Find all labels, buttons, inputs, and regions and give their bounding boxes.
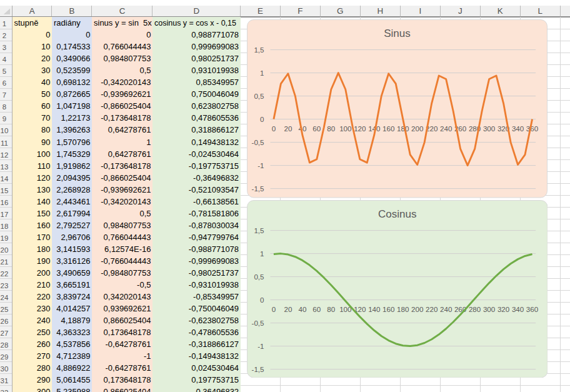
svg-text:-0,5: -0,5 [251,138,264,146]
svg-text:60: 60 [312,304,321,313]
svg-text:Cosinus: Cosinus [378,208,416,219]
svg-text:300: 300 [482,304,494,313]
svg-text:360: 360 [526,124,538,133]
svg-text:1: 1 [260,69,264,77]
svg-text:240: 240 [440,124,452,133]
svg-text:320: 320 [497,304,509,313]
svg-text:180: 180 [397,124,409,133]
svg-text:180: 180 [397,304,409,313]
svg-text:20: 20 [284,304,292,313]
svg-text:340: 340 [511,304,523,313]
svg-text:0,5: 0,5 [254,92,264,100]
svg-text:-1: -1 [258,341,264,349]
svg-text:Sinus: Sinus [384,28,411,39]
svg-text:0: 0 [260,115,264,123]
svg-text:-1,5: -1,5 [251,364,264,373]
svg-text:0: 0 [271,304,275,313]
svg-text:340: 340 [511,124,523,133]
svg-text:0: 0 [260,295,264,303]
svg-text:1,5: 1,5 [254,46,264,54]
svg-text:80: 80 [327,124,335,133]
svg-text:280: 280 [468,304,480,313]
svg-text:220: 220 [426,304,438,313]
svg-text:0: 0 [271,124,275,133]
svg-text:160: 160 [382,304,394,313]
svg-text:-1: -1 [258,161,264,169]
svg-text:300: 300 [482,124,494,133]
svg-text:360: 360 [526,304,538,313]
svg-text:200: 200 [411,124,423,133]
svg-text:-1,5: -1,5 [251,184,264,193]
svg-text:140: 140 [368,304,380,313]
svg-text:1,5: 1,5 [254,226,264,234]
svg-text:120: 120 [354,124,366,133]
svg-text:160: 160 [382,124,394,133]
svg-text:1: 1 [260,249,264,257]
svg-text:80: 80 [327,304,335,313]
svg-text:240: 240 [440,304,452,313]
svg-text:100: 100 [339,124,351,133]
svg-text:-0,5: -0,5 [251,318,264,326]
svg-text:0,5: 0,5 [254,272,264,280]
svg-text:60: 60 [312,124,321,133]
svg-text:40: 40 [298,304,306,313]
svg-text:20: 20 [284,124,292,133]
svg-text:200: 200 [411,304,423,313]
